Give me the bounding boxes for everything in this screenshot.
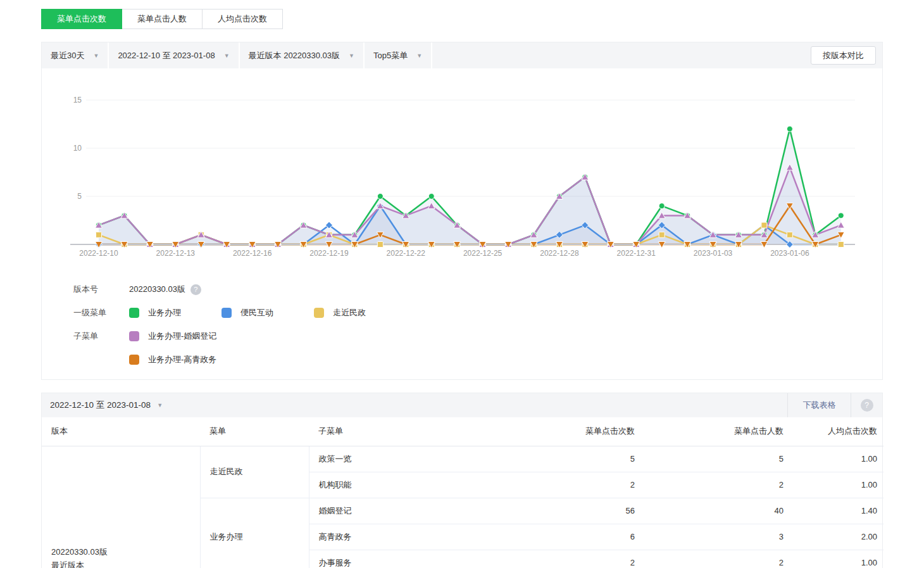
y-axis-tick: 15 <box>73 96 82 104</box>
table-date-range-label: 2022-12-10 至 2023-01-08 <box>50 400 151 411</box>
per-user-cell: 1.40 <box>790 498 883 524</box>
legend-item-sub-1[interactable]: 业务办理-高青政务 <box>129 354 216 365</box>
per-user-cell: 1.00 <box>790 550 883 568</box>
version-name: 20220330.03版 <box>51 545 200 559</box>
version-value: 20220330.03版 <box>129 284 185 295</box>
table-row: 20220330.03版最近版本走近民政政策一览551.00 <box>42 446 883 472</box>
submenu-cell: 高青政务 <box>309 524 505 550</box>
compare-by-version-button[interactable]: 按版本对比 <box>811 46 876 65</box>
x-axis-tick: 2022-12-10 <box>79 249 118 258</box>
tab-clicks-per-user[interactable]: 人均点击次数 <box>203 9 283 29</box>
col-version: 版本 <box>42 417 200 446</box>
x-axis-tick: 2022-12-31 <box>617 249 656 258</box>
data-point-走近民政 <box>96 232 102 237</box>
table-help-cell: ? <box>851 393 882 417</box>
submenu-cell: 政策一览 <box>309 446 505 472</box>
users-cell: 5 <box>641 446 790 472</box>
chevron-down-icon: ▼ <box>157 402 163 408</box>
clicks-cell: 2 <box>505 550 641 568</box>
submenu-cell: 办事服务 <box>309 550 505 568</box>
legend-item-level1-0[interactable]: 业务办理 <box>129 307 181 319</box>
period-filter[interactable]: 最近30天 ▼ <box>42 42 109 68</box>
clicks-cell: 56 <box>505 498 641 524</box>
clicks-cell: 6 <box>505 524 641 550</box>
data-point-走近民政 <box>787 232 792 237</box>
clicks-cell: 2 <box>505 472 641 498</box>
legend-item-label: 走近民政 <box>333 307 366 319</box>
top-menu-label: Top5菜单 <box>373 50 408 61</box>
line-chart: 510152022-12-102022-12-132022-12-162022-… <box>42 68 883 281</box>
legend-sub-row-2: 业务办理-高青政务 <box>73 355 406 365</box>
version-filter-label: 最近版本 20220330.03版 <box>249 50 340 61</box>
legend-sub-row-1: 子菜单 业务办理-婚姻登记 <box>73 331 406 341</box>
chevron-down-icon: ▼ <box>93 53 99 59</box>
level1-menu-label: 一级菜单 <box>73 307 129 319</box>
series-area-业务办理-婚姻登记 <box>99 167 841 244</box>
col-menu: 菜单 <box>200 417 309 446</box>
x-axis-tick: 2023-01-06 <box>770 249 809 258</box>
x-axis-tick: 2023-01-03 <box>694 249 733 258</box>
legend-swatch <box>129 331 139 341</box>
per-user-cell: 1.00 <box>790 472 883 498</box>
series-line-业务办理-婚姻登记 <box>99 167 841 244</box>
filter-bar: 最近30天 ▼ 2022-12-10 至 2023-01-08 ▼ 最近版本 2… <box>42 42 882 68</box>
table-date-range[interactable]: 2022-12-10 至 2023-01-08 ▼ <box>42 400 163 411</box>
data-point-走近民政 <box>659 232 665 237</box>
legend-swatch <box>129 308 139 318</box>
chevron-down-icon: ▼ <box>349 53 354 59</box>
date-range-label: 2022-12-10 至 2023-01-08 <box>118 50 215 61</box>
chart-card: 最近30天 ▼ 2022-12-10 至 2023-01-08 ▼ 最近版本 2… <box>41 42 883 380</box>
legend-item-label: 业务办理 <box>148 307 181 319</box>
col-submenu: 子菜单 <box>309 417 505 446</box>
legend-item-level1-1[interactable]: 便民互动 <box>222 307 273 319</box>
legend-swatch <box>222 308 232 318</box>
data-point-业务办理 <box>377 194 383 199</box>
legend-swatch <box>129 355 139 365</box>
tab-menu-clicks[interactable]: 菜单点击次数 <box>41 9 122 29</box>
stats-table: 版本 菜单 子菜单 菜单点击次数 菜单点击人数 人均点击次数 20220330.… <box>42 417 883 568</box>
series-area-业务办理 <box>99 129 841 244</box>
download-table-button[interactable]: 下载表格 <box>787 393 851 417</box>
help-icon[interactable]: ? <box>861 399 873 412</box>
legend-item-sub-0[interactable]: 业务办理-婚姻登记 <box>129 331 216 342</box>
table-toolbar: 2022-12-10 至 2023-01-08 ▼ 下载表格 ? <box>42 393 882 417</box>
help-icon[interactable]: ? <box>190 284 201 295</box>
legend-item-level1-2[interactable]: 走近民政 <box>314 307 366 319</box>
submenu-cell: 婚姻登记 <box>309 498 505 524</box>
col-per-user: 人均点击次数 <box>790 417 883 446</box>
date-range-filter[interactable]: 2022-12-10 至 2023-01-08 ▼ <box>109 42 239 68</box>
x-axis-tick: 2022-12-28 <box>540 249 579 258</box>
data-point-走近民政 <box>761 222 767 228</box>
x-axis-tick: 2022-12-13 <box>156 249 196 258</box>
submenu-cell: 机构职能 <box>309 472 505 498</box>
version-label: 版本号 <box>73 284 129 295</box>
series-line-业务办理 <box>99 129 841 244</box>
legend-version-row: 版本号 20220330.03版 ? <box>73 284 406 294</box>
legend-swatch <box>314 308 324 318</box>
data-point-业务办理 <box>659 203 665 209</box>
legend-item-label: 业务办理-婚姻登记 <box>148 331 216 342</box>
per-user-cell: 2.00 <box>790 524 883 550</box>
data-point-业务办理 <box>428 194 434 199</box>
users-cell: 2 <box>641 472 790 498</box>
data-point-业务办理 <box>838 213 844 218</box>
sub-menu-label: 子菜单 <box>73 331 129 342</box>
version-filter[interactable]: 最近版本 20220330.03版 ▼ <box>240 42 365 68</box>
chart-legend: 版本号 20220330.03版 ? 一级菜单 业务办理便民互动走近民政 子菜单… <box>73 284 406 378</box>
per-user-cell: 1.00 <box>790 446 883 472</box>
top-menu-filter[interactable]: Top5菜单 ▼ <box>365 42 432 68</box>
users-cell: 40 <box>641 498 790 524</box>
table-header-row: 版本 菜单 子菜单 菜单点击次数 菜单点击人数 人均点击次数 <box>42 417 883 446</box>
clicks-cell: 5 <box>505 446 641 472</box>
chevron-down-icon: ▼ <box>416 53 422 59</box>
period-filter-label: 最近30天 <box>51 50 84 61</box>
data-point-走近民政 <box>838 242 844 248</box>
metric-tabs: 菜单点击次数 菜单点击人数 人均点击次数 <box>41 9 283 29</box>
menu-cell-0: 走近民政 <box>200 446 309 498</box>
version-tag: 最近版本 <box>51 559 200 568</box>
users-cell: 3 <box>641 524 790 550</box>
y-axis-tick: 10 <box>73 144 82 153</box>
version-cell: 20220330.03版最近版本 <box>42 446 200 568</box>
legend-level1-row: 一级菜单 业务办理便民互动走近民政 <box>73 308 406 318</box>
tab-menu-users[interactable]: 菜单点击人数 <box>122 9 203 29</box>
